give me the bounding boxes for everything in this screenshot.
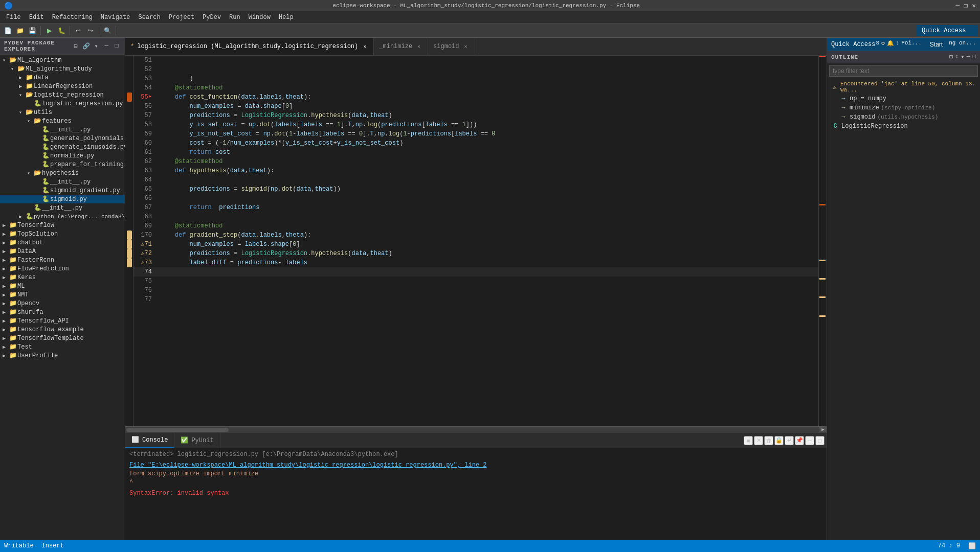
tab-close-btn[interactable]: ✕ [361, 43, 368, 50]
restore-btn[interactable]: ❐ [964, 2, 968, 10]
start-button[interactable]: Start [926, 40, 947, 49]
tree-item-ml-algorithm-study[interactable]: ▾ 📂 ML_algorithm_study [0, 64, 125, 73]
tree-item-keras[interactable]: ▶ 📁 Keras [0, 273, 125, 282]
minimize-view-icon[interactable]: ─ [102, 42, 110, 50]
tree-item-opencv[interactable]: ▶ 📁 Opencv [0, 299, 125, 308]
menu-run[interactable]: Run [225, 13, 244, 22]
view-menu-icon[interactable]: ▾ [92, 42, 100, 50]
save-btn[interactable]: 💾 [27, 25, 38, 36]
outline-toolbar-icon-1[interactable]: S [876, 40, 879, 49]
tree-item-logistic-regression-py[interactable]: 🐍 logistic_regression.py [0, 99, 125, 108]
tree-item-chatbot[interactable]: ▶ 📁 chatbot [0, 238, 125, 247]
scroll-lock-btn[interactable]: 🔒 [774, 436, 784, 445]
tab-minimize[interactable]: _minimize ✕ [374, 38, 428, 55]
maximize-console-btn[interactable]: □ [815, 436, 825, 445]
outline-item-sigmoid[interactable]: → sigmoid (utils.hypothesis) [827, 112, 980, 122]
maximize-view-icon[interactable]: □ [113, 42, 121, 50]
remove-launch-btn[interactable]: ✕ [754, 436, 763, 445]
tree-item-features[interactable]: ▾ 📂 features [0, 117, 125, 125]
menu-project[interactable]: Project [165, 13, 198, 22]
outline-sort-btn[interactable]: ↕ [955, 53, 959, 61]
scroll-right-btn[interactable]: ▶ [819, 427, 827, 433]
terminate-btn[interactable]: ■ [744, 436, 753, 445]
menu-navigate[interactable]: Navigate [97, 13, 135, 22]
error-file-link[interactable]: File "E:\eclipse-workspace\ML_algorithm_… [129, 462, 487, 469]
outline-toolbar-icon-3[interactable]: 🔔 [887, 40, 894, 49]
tree-item-hypothesis[interactable]: ▾ 📂 hypothesis [0, 169, 125, 177]
tree-item-init-utils[interactable]: 🐍 __init__.py [0, 203, 125, 212]
tree-item-data[interactable]: ▶ 📁 data [0, 73, 125, 82]
collapse-all-icon[interactable]: ⊟ [72, 42, 80, 50]
tab-sigmoid[interactable]: sigmoid ✕ [428, 38, 475, 55]
tree-item-init-features[interactable]: 🐍 __init__.py [0, 125, 125, 134]
tree-item-utils[interactable]: ▾ 📂 utils [0, 108, 125, 117]
tree-item-linear-regression[interactable]: ▶ 📁 LinearRegression [0, 82, 125, 90]
outline-filter-input[interactable] [829, 65, 978, 77]
tree-item-sigmoid-gradient[interactable]: 🐍 sigmoid_gradient.py [0, 186, 125, 195]
debug-btn[interactable]: 🐛 [56, 25, 67, 36]
tree-item-test[interactable]: ▶ 📁 Test [0, 342, 125, 351]
undo-btn[interactable]: ↩ [73, 25, 84, 36]
tree-item-tensorflow[interactable]: ▶ 📁 Tensorflow [0, 221, 125, 229]
outline-toolbar-icon-5[interactable]: Poi... [901, 40, 922, 49]
tree-item-dataa[interactable]: ▶ 📁 DataA [0, 247, 125, 256]
outline-min-btn[interactable]: ─ [967, 53, 970, 61]
tree-item-normalize[interactable]: 🐍 normalize.py [0, 151, 125, 160]
tree-item-generate-polynomials[interactable]: 🐍 generate_polynomials.py [0, 134, 125, 143]
tree-item-ml-algorithm[interactable]: ▾ 📂 ML_algorithm [0, 56, 125, 64]
outline-toolbar-icon-4[interactable]: ↕ [896, 40, 900, 49]
tree-item-flowprediction[interactable]: ▶ 📁 FlowPrediction [0, 264, 125, 273]
outline-item-logistic-regression-class[interactable]: C LogisticRegression [827, 122, 980, 131]
tree-item-tensorflow-template[interactable]: ▶ 📁 TensorflowTemplate [0, 334, 125, 342]
minimize-console-btn[interactable]: ─ [805, 436, 814, 445]
tab-close-btn[interactable]: ✕ [462, 43, 470, 50]
tab-close-btn[interactable]: ✕ [415, 43, 422, 50]
tree-item-tensorflow-example[interactable]: ▶ 📁 tensorflow_example [0, 325, 125, 334]
tree-item-shurufa[interactable]: ▶ 📁 shurufa [0, 308, 125, 316]
menu-window[interactable]: Window [244, 13, 275, 22]
menu-help[interactable]: Help [275, 13, 298, 22]
close-btn[interactable]: ✕ [972, 2, 976, 10]
outline-item-minimize[interactable]: → minimize (scipy.optimize) [827, 103, 980, 112]
minimize-btn[interactable]: ─ [956, 2, 960, 10]
console-tab-pyunit[interactable]: ✅ PyUnit [174, 433, 220, 448]
scrollbar-thumb[interactable] [126, 428, 229, 432]
code-line-74[interactable] [156, 267, 818, 277]
new-btn[interactable]: 📄 [2, 25, 13, 36]
outline-toolbar-icon-2[interactable]: ⚙ [881, 40, 885, 49]
link-with-editor-icon[interactable]: 🔗 [82, 42, 90, 50]
outline-menu-btn[interactable]: ▾ [961, 53, 964, 61]
code-content[interactable]: ) @staticmethod def cost_function(data,l… [156, 56, 818, 426]
tree-item-tensorflow-api[interactable]: ▶ 📁 Tensorflow_API [0, 316, 125, 325]
tree-item-topsolution[interactable]: ▶ 📁 TopSolution [0, 229, 125, 238]
outline-max-btn[interactable]: □ [972, 53, 976, 61]
outline-item-warning[interactable]: ⚠ Encountered 'jac' at line 50, column 1… [827, 80, 980, 94]
pin-btn[interactable]: 📌 [795, 436, 804, 445]
tree-item-ml[interactable]: ▶ 📁 ML [0, 282, 125, 290]
tree-item-prepare-for-training[interactable]: 🐍 prepare_for_training.py [0, 160, 125, 169]
redo-btn[interactable]: ↪ [85, 25, 96, 36]
clear-btn[interactable]: 🗑 [764, 436, 773, 445]
tree-item-logistic-regression[interactable]: ▾ 📂 logistic_regression [0, 90, 125, 99]
tree-item-generate-sinusoids[interactable]: 🐍 generate_sinusoids.py [0, 143, 125, 151]
open-btn[interactable]: 📁 [14, 25, 26, 36]
menu-refactoring[interactable]: Refactoring [48, 13, 97, 22]
menu-pydev[interactable]: PyDev [198, 13, 225, 22]
quick-access-bar[interactable]: Quick Access [917, 25, 978, 36]
console-tab-console[interactable]: ⬜ Console [125, 433, 174, 448]
tab-logistic-regression[interactable]: * logistic_regression (ML_algorithm_stud… [125, 38, 374, 55]
h-scrollbar[interactable]: ▶ [125, 426, 827, 432]
search-btn[interactable]: 🔍 [102, 25, 113, 36]
run-btn[interactable]: ▶ [43, 25, 55, 36]
tree-item-python-env[interactable]: ▶ 🐍 python (e:\Progr... conda3\python.ex… [0, 212, 125, 221]
tree-item-userprofile[interactable]: ▶ 📁 UserProfile [0, 351, 125, 360]
menu-file[interactable]: File [2, 13, 25, 22]
tree-item-fasternrcnn[interactable]: ▶ 📁 FasterRcnn [0, 256, 125, 264]
menu-edit[interactable]: Edit [25, 13, 48, 22]
outline-item-np[interactable]: → np = numpy [827, 94, 980, 103]
outline-collapse-btn[interactable]: ⊟ [949, 53, 953, 61]
tree-item-sigmoid-py[interactable]: 🐍 sigmoid.py [0, 195, 125, 203]
tree-item-nmt[interactable]: ▶ 📁 NMT [0, 290, 125, 299]
tree-item-init-hypothesis[interactable]: 🐍 __init__.py [0, 177, 125, 186]
menu-search[interactable]: Search [134, 13, 164, 22]
